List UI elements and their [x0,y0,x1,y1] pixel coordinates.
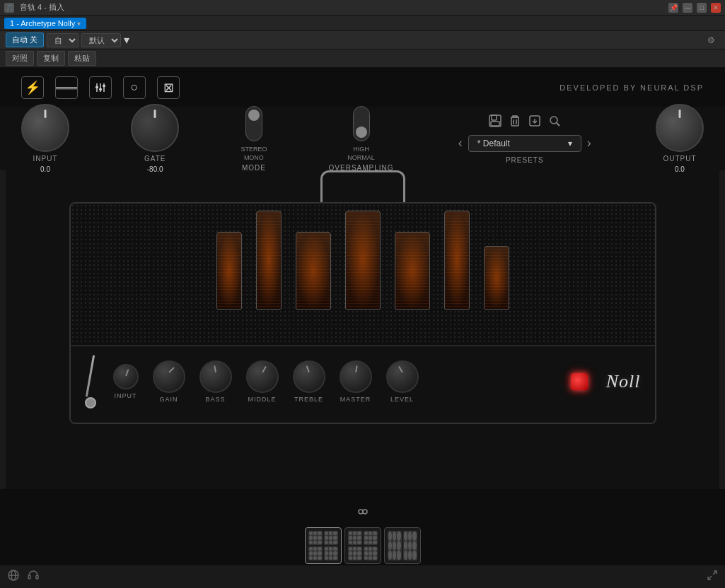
toolbar: 自动 关 自 → ← 默认 ▾ ⚙ [0,31,725,49]
svg-rect-8 [491,122,499,126]
output-knob[interactable] [656,104,704,152]
tube-body-2 [256,211,282,310]
nav-icon-circle[interactable]: ○ [123,76,146,99]
amp-master-label: MASTER [340,396,371,403]
nav-icon-clock[interactable]: ⊠ [157,76,180,99]
cable-plug [85,397,96,408]
amp-container: INPUT GAIN BASS MIDDLE [69,170,656,424]
svg-point-17 [363,510,367,514]
amp-treble-knob[interactable] [293,360,325,393]
svg-rect-4 [99,88,102,90]
cable-wire [86,355,95,397]
amp-middle-group: MIDDLE [246,360,279,403]
amp-gain-group: GAIN [153,360,185,403]
ndsp-header: ⚡ ═══ ○ ⊠ DEVELOPED BY NEURAL DSP [0,68,725,107]
output-knob-group: OUTPUT 0.0 [656,104,704,173]
tubes-row [216,211,509,310]
tube-body-7 [484,246,509,310]
gate-label: GATE [144,155,166,163]
oversampling-switch[interactable] [353,106,370,141]
input-knob[interactable] [21,104,69,152]
preset-dropdown-arrow: ▾ [568,139,572,148]
minimize-button[interactable]: — [683,3,692,13]
amp-grille [71,204,655,345]
amp-input-group: INPUT [113,364,139,399]
input-label: INPUT [33,155,58,163]
amp-body: INPUT GAIN BASS MIDDLE [69,202,656,424]
stereo-label: STEREO [240,146,267,153]
gate-knob[interactable] [131,104,179,152]
menu-track[interactable]: 1 - Archetype Nolly ▾ [4,18,86,29]
delete-preset-icon[interactable] [508,114,522,131]
auto-off-button[interactable]: 自动 关 [6,33,44,47]
gear-button[interactable]: ⚙ [703,34,719,47]
controls-bar: INPUT 0.0 GATE -80.0 STEREO MONO MODE [0,107,725,170]
menu-bar: 1 - Archetype Nolly ▾ [0,16,725,31]
amp-controls: INPUT GAIN BASS MIDDLE [71,345,655,423]
amp-treble-label: TREBLE [294,396,323,403]
pin-button[interactable]: 📌 [668,3,678,13]
import-preset-icon[interactable] [528,114,542,131]
svg-rect-5 [103,85,105,87]
cab-4x12-right[interactable] [344,527,381,564]
compare-button[interactable]: 对照 [6,51,34,66]
app-icon: 🎵 [4,3,14,13]
link-icon[interactable] [355,504,371,523]
svg-rect-7 [492,115,497,120]
tube-body-6 [444,211,470,310]
toolbar2: 对照 复制 粘贴 [0,49,725,68]
mode-switch[interactable] [245,106,262,141]
tube-6 [444,211,470,310]
amp-level-label: LEVEL [390,396,414,403]
svg-point-14 [550,117,557,124]
amp-bass-knob[interactable] [199,360,232,393]
svg-line-15 [557,123,559,126]
nav-icon-flash[interactable]: ⚡ [21,76,44,99]
svg-rect-23 [36,575,38,579]
amp-level-group: LEVEL [386,360,419,403]
copy-button[interactable]: 复制 [37,51,65,66]
amp-bass-group: BASS [199,360,232,403]
amp-treble-group: TREBLE [293,360,325,403]
power-section [571,373,588,390]
output-label: OUTPUT [663,155,696,163]
amp-signature: Noll [606,371,641,392]
mode-handle [248,110,260,121]
amp-level-knob[interactable] [386,360,419,393]
earth-icon[interactable] [7,569,20,584]
presets-group: ‹ * Default ▾ › PRESETS [456,114,594,164]
amp-bass-label: BASS [205,396,225,403]
presets-label: PRESETS [506,156,544,164]
mono-label: MONO [244,154,264,161]
amp-master-knob[interactable] [340,360,372,393]
cab-2x12[interactable] [384,527,421,564]
amp-gain-knob[interactable] [153,360,185,393]
amp-handle [320,170,405,202]
save-preset-icon[interactable] [488,114,502,131]
speaker-section [0,489,725,567]
tube-4 [345,211,381,310]
next-preset-arrow[interactable]: › [584,136,594,151]
headphone-icon[interactable] [27,569,40,584]
tube-body-1 [216,232,242,310]
search-preset-icon[interactable] [547,114,562,131]
prev-preset-arrow[interactable]: ‹ [456,136,465,151]
svg-point-16 [359,510,363,514]
amp-input-knob[interactable] [113,364,139,389]
svg-rect-3 [95,86,98,88]
nav-icon-bar[interactable]: ═══ [55,76,78,99]
power-led[interactable] [571,373,588,390]
title-text: 音轨 4 - 插入 [20,2,64,13]
close-button[interactable]: ✕ [711,3,721,13]
preset-dropdown[interactable]: * Default ▾ [468,135,581,152]
default-select[interactable]: 默认 [81,33,121,47]
cab-4x12-left[interactable] [305,527,342,564]
paste-button[interactable]: 粘贴 [68,51,96,66]
resize-button[interactable] [707,570,718,584]
amp-middle-knob[interactable] [246,360,279,393]
input-value: 0.0 [40,165,50,173]
maximize-button[interactable]: □ [697,3,707,13]
input-knob-group: INPUT 0.0 [21,104,69,173]
nav-icon-sliders[interactable] [89,76,112,99]
direction-select[interactable]: 自 → ← [47,33,79,47]
